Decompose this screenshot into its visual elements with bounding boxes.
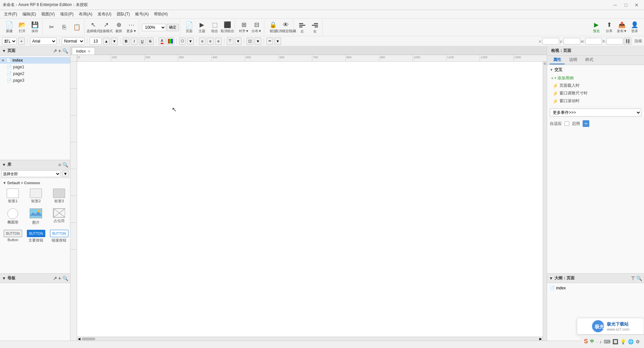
page-item-page1[interactable]: 📄 page1 [0, 64, 70, 70]
align-button[interactable]: ⊞ 对齐▼ [238, 20, 250, 35]
tray-mic-icon[interactable]: ♪ [599, 339, 602, 344]
comp-item-placeholder[interactable]: 占位符 [48, 207, 70, 227]
minimize-button[interactable]: ─ [610, 2, 620, 8]
comp-item-button[interactable]: BUTTON Button [2, 228, 24, 245]
paste-button[interactable]: 📋 [71, 20, 83, 35]
tray-dot-icon[interactable]: · [596, 339, 597, 344]
add-case-button[interactable]: + + 添加用例 [550, 75, 641, 82]
comp-item-rect2[interactable]: 矩形2 [25, 187, 47, 205]
border-dropdown-button[interactable]: ▼ [187, 38, 194, 45]
align-center-button[interactable]: ≡ [207, 38, 214, 45]
menu-help[interactable]: 帮助(H) [151, 10, 170, 18]
tab-properties[interactable]: 属性 [550, 56, 565, 64]
lock-ratio-button[interactable]: ⛓ [624, 38, 631, 45]
comp-filter-dropdown-button[interactable]: ▼ [62, 170, 69, 177]
ungroup-button[interactable]: ⬛ 取消组合 [221, 20, 233, 35]
shadow-dropdown-button[interactable]: ▼ [255, 38, 261, 45]
horizontal-scrollbar[interactable]: ◀ ▶ [77, 337, 543, 341]
tray-screen-icon[interactable]: 🔲 [612, 339, 618, 344]
publish-button[interactable]: 📤 发布▼ [616, 20, 628, 35]
pages-expand-icon[interactable]: ↗ [53, 48, 57, 54]
scroll-left-button[interactable]: ◀ [77, 337, 81, 341]
page-item-index[interactable]: ▼ 📄 index [0, 57, 70, 64]
pages-add-icon[interactable]: + [58, 48, 61, 54]
masters-search-icon[interactable]: 🔍 [62, 276, 68, 281]
font-size-decrease-button[interactable]: ▲ [103, 38, 110, 45]
interaction-arrow-icon[interactable]: ▼ [550, 68, 553, 72]
preview-button[interactable]: ▶ 预览 [590, 20, 602, 35]
line-dropdown-button[interactable]: ▼ [274, 38, 281, 45]
select-mode-button[interactable]: ↖ 选择模式 [87, 20, 99, 35]
event-item-3[interactable]: ⚡ 窗口滚动时 [550, 97, 641, 105]
menu-layout[interactable]: 布局(A) [76, 10, 95, 18]
tray-settings-icon[interactable]: ⚙ [636, 339, 640, 344]
distribute-button[interactable]: ⊟ 分布▼ [251, 20, 263, 35]
tab-close-icon[interactable]: × [88, 49, 91, 54]
comp-item-rect1[interactable]: 矩形1 [2, 187, 24, 205]
tab-index[interactable]: index × [72, 47, 95, 55]
outline-item-index[interactable]: 📄 index [547, 284, 644, 292]
y-input[interactable] [564, 38, 580, 45]
comp-search-icon[interactable]: 🔍 [62, 162, 68, 167]
share-button[interactable]: ⬆ 分享 [603, 20, 615, 35]
line-style-button[interactable]: ━ [266, 38, 273, 45]
menu-project[interactable]: 项目(P) [57, 10, 76, 18]
h-input[interactable] [606, 38, 623, 45]
masters-expand-icon[interactable]: ↗ [53, 276, 57, 281]
valign-dropdown-button[interactable]: ▼ [235, 38, 241, 45]
maximize-button[interactable]: □ [621, 2, 631, 8]
menu-view[interactable]: 视图(V) [39, 10, 57, 18]
masters-arrow-icon[interactable]: ▼ [2, 276, 6, 281]
outline-search-icon[interactable]: 🔍 [636, 276, 642, 281]
theme-button[interactable]: ▶ 主题 [196, 20, 208, 35]
strikethrough-button[interactable]: S [147, 38, 154, 45]
close-button[interactable]: ✕ [632, 2, 641, 8]
masters-add-icon[interactable]: + [58, 276, 61, 281]
vertical-scrollbar[interactable] [543, 62, 547, 341]
comp-category-arrow[interactable]: ▼ [3, 181, 6, 185]
horizontal-scroll-thumb[interactable] [82, 338, 95, 340]
menu-account[interactable]: 账号(A) [132, 10, 151, 18]
format-left-button[interactable]: 左 [296, 20, 308, 35]
shadow-button[interactable]: ◫ [247, 38, 253, 45]
tray-keyboard-icon[interactable]: ⌨ [604, 339, 610, 344]
italic-button[interactable]: I [131, 38, 138, 45]
underline-button[interactable]: U [139, 38, 146, 45]
style-preset-select[interactable]: 默认 [2, 38, 17, 45]
valign-button[interactable]: ⊤ [227, 38, 233, 45]
border-button[interactable]: ⬡ [179, 38, 186, 45]
font-style-select[interactable]: Normal Bold Italic [62, 38, 85, 45]
menu-file[interactable]: 文件(F) [1, 10, 20, 18]
tab-notes[interactable]: 说明 [566, 56, 581, 64]
tray-chinese-input-icon[interactable]: 中 [590, 339, 594, 344]
group-button[interactable]: ⬚ 组合 [209, 20, 221, 35]
comp-expand-icon[interactable]: ▼ [2, 162, 6, 167]
save-button[interactable]: 💾 保存 [29, 20, 41, 35]
font-select[interactable]: Arial [30, 38, 57, 45]
event-item-1[interactable]: ⚡ 页面载入时 [550, 82, 641, 89]
align-left-button[interactable]: ≡ [199, 38, 206, 45]
connect-mode-button[interactable]: ↗ 连接模式 [100, 20, 112, 35]
menu-team[interactable]: 团队(T) [114, 10, 132, 18]
page-item-page2[interactable]: 📄 page2 [0, 70, 70, 77]
align-right-button[interactable]: ≡ [215, 38, 222, 45]
login-button[interactable]: 👤 登录 [629, 20, 641, 35]
add-style-button[interactable]: + [18, 38, 25, 45]
more-tools-button[interactable]: ⋯ 更多▼ [125, 20, 138, 35]
comp-item-rect3[interactable]: 矩形3 [48, 187, 70, 205]
collapse-arrow-icon[interactable]: ▼ [2, 49, 6, 53]
zoom-confirm-button[interactable]: 确定 [167, 24, 179, 31]
font-size-increase-button[interactable]: ▼ [111, 38, 118, 45]
fill-color-button[interactable] [167, 38, 174, 45]
pages-search-icon[interactable]: 🔍 [62, 48, 68, 54]
crop-button[interactable]: ⊕ 裁剪 [113, 20, 125, 35]
comp-item-circle[interactable]: 椭圆形 [2, 207, 24, 227]
font-size-input[interactable] [90, 38, 102, 45]
comp-item-link-btn[interactable]: BUTTON 链接按钮 [48, 228, 70, 245]
scroll-right-button[interactable]: ▶ [539, 337, 543, 341]
menu-edit[interactable]: 编辑(E) [20, 10, 39, 18]
menu-publish[interactable]: 发布(U) [95, 10, 114, 18]
comp-list-icon[interactable]: ≡ [58, 162, 61, 167]
canvas-wrapper[interactable]: 0 100 200 300 400 500 600 700 800 900 10… [70, 55, 547, 341]
cut-button[interactable]: ✂ [45, 20, 57, 35]
